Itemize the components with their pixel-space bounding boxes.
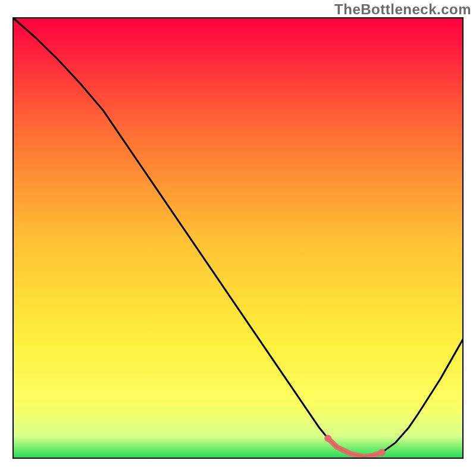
watermark-text: TheBottleneck.com (334, 1, 471, 18)
min-dot-right (378, 449, 386, 456)
chart-canvas (0, 0, 476, 476)
min-dot-left (324, 435, 331, 442)
